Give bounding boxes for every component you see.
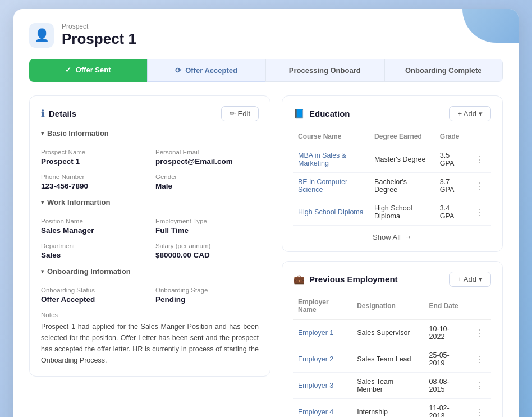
personal-email-field: Personal Email prospect@Email.com (155, 149, 259, 166)
step-label: Onboarding Complete (405, 66, 482, 75)
more-options-button[interactable]: ⋮ (473, 407, 487, 418)
info-icon: ℹ (41, 108, 44, 119)
degree-cell: High School Diploma (370, 199, 435, 226)
onboarding-info-header: ▾ Onboarding Information (41, 267, 259, 280)
work-info-header: ▾ Work Informartion (41, 198, 259, 211)
step-label: Processing Onboard (289, 66, 361, 75)
employment-table: Employer Name Designation End Date Emplo… (293, 295, 491, 417)
header: 👤 Prospect Prospect 1 (29, 22, 503, 48)
education-icon: 📘 (293, 108, 305, 119)
education-add-button[interactable]: + Add ▾ (449, 106, 491, 121)
education-table: Course Name Degree Earned Grade MBA in S… (293, 129, 491, 226)
prospect-name-field: Prospect Name Prospect 1 (41, 149, 144, 166)
notes-text: Prospect 1 had applied for the Sales Man… (41, 321, 259, 366)
table-row: High School Diploma High School Diploma … (293, 199, 491, 226)
course-name-cell[interactable]: High School Diploma (293, 199, 370, 226)
designation-cell: Sales Team Member (352, 373, 424, 399)
page-title: Prospect 1 (62, 30, 136, 48)
table-row: Employer 2 Sales Team Lead 25-05-2019 ⋮ (293, 346, 491, 373)
table-row: Employer 3 Sales Team Member 08-08-2015 … (293, 373, 491, 399)
education-title: 📘 Education (293, 108, 350, 119)
employer-name-cell[interactable]: Employer 3 (293, 373, 352, 399)
col-course-name: Course Name (293, 129, 370, 146)
degree-cell: Bachelor's Degree (370, 173, 435, 199)
details-section: ℹ Details ✏ Edit ▾ Basic Information Pro… (29, 95, 270, 377)
course-name-cell[interactable]: BE in Computer Science (293, 173, 370, 199)
header-text: Prospect Prospect 1 (62, 22, 136, 48)
step-label: Offer Accepted (185, 66, 237, 75)
more-options-button[interactable]: ⋮ (473, 181, 487, 191)
phone-number-field: Phone Number 123-456-7890 (41, 173, 144, 190)
more-options-button[interactable]: ⋮ (473, 154, 487, 165)
table-row: Employer 1 Sales Supervisor 10-10-2022 ⋮ (293, 320, 491, 346)
table-row: Employer 4 Internship 11-02-2013 ⋮ (293, 399, 491, 418)
col-designation: Designation (352, 295, 424, 320)
employment-header: 💼 Previous Employment + Add ▾ (293, 272, 491, 287)
course-name-cell[interactable]: MBA in Sales & Marketing (293, 146, 370, 173)
person-icon: 👤 (34, 28, 49, 43)
more-options-button[interactable]: ⋮ (473, 328, 487, 338)
table-row: MBA in Sales & Marketing Master's Degree… (293, 146, 491, 173)
more-options-button[interactable]: ⋮ (473, 381, 487, 391)
notes-label: Notes (41, 311, 259, 318)
chevron-down-icon: ▾ (41, 268, 44, 274)
department-field: Department Sales (41, 242, 144, 259)
employer-name-cell[interactable]: Employer 2 (293, 346, 352, 373)
main-card: 👤 Prospect Prospect 1 ✓ Offer Sent ⟳ Off… (13, 9, 519, 417)
spinner-icon: ⟳ (175, 66, 181, 75)
onboarding-field-row: Onboarding Status Offer Accepted Onboard… (41, 287, 259, 304)
end-date-cell: 25-05-2019 (425, 346, 469, 373)
basic-field-row-1: Prospect Name Prospect 1 Personal Email … (41, 149, 259, 166)
grade-cell: 3.5 GPA (435, 146, 469, 173)
details-title: ℹ Details (41, 108, 76, 119)
edit-pencil-icon: ✏ (230, 109, 236, 118)
col-degree-earned: Degree Earned (370, 129, 435, 146)
col-end-date: End Date (425, 295, 469, 320)
step-offer-accepted[interactable]: ⟳ Offer Accepted (147, 59, 266, 82)
end-date-cell: 11-02-2013 (425, 399, 469, 418)
basic-info-header: ▾ Basic Information (41, 129, 259, 142)
chevron-down-icon: ▾ (41, 130, 44, 136)
sub-label: Prospect (62, 22, 136, 30)
designation-cell: Internship (352, 399, 424, 418)
work-field-row-1: Position Name Sales Manager Employment T… (41, 218, 259, 235)
briefcase-icon: 💼 (293, 274, 305, 285)
step-label: Offer Sent (76, 66, 111, 74)
edit-button[interactable]: ✏ Edit (221, 106, 259, 121)
employer-name-cell[interactable]: Employer 1 (293, 320, 352, 346)
gender-field: Gender Male (155, 173, 259, 190)
left-column: ℹ Details ✏ Edit ▾ Basic Information Pro… (29, 95, 270, 417)
employment-type-field: Employment Type Full Time (155, 218, 259, 235)
progress-steps: ✓ Offer Sent ⟳ Offer Accepted Processing… (29, 59, 503, 82)
onboarding-stage-field: Onboarding Stage Pending (155, 287, 259, 304)
employment-add-button[interactable]: + Add ▾ (449, 272, 491, 287)
details-header: ℹ Details ✏ Edit (41, 106, 259, 121)
employment-title: 💼 Previous Employment (293, 274, 398, 285)
basic-field-row-2: Phone Number 123-456-7890 Gender Male (41, 173, 259, 190)
chevron-down-icon: ▾ (41, 199, 44, 205)
col-employer-name: Employer Name (293, 295, 352, 320)
content-row: ℹ Details ✏ Edit ▾ Basic Information Pro… (29, 95, 503, 417)
employer-name-cell[interactable]: Employer 4 (293, 399, 352, 418)
check-icon: ✓ (65, 66, 71, 74)
onboarding-status-field: Onboarding Status Offer Accepted (41, 287, 144, 304)
education-section: 📘 Education + Add ▾ Course Name Degree E… (282, 95, 503, 252)
more-options-button[interactable]: ⋮ (473, 207, 487, 218)
education-show-all[interactable]: Show All → (293, 226, 491, 241)
step-offer-sent[interactable]: ✓ Offer Sent (29, 59, 147, 82)
more-options-button[interactable]: ⋮ (473, 354, 487, 365)
arrow-right-icon: → (404, 232, 412, 241)
end-date-cell: 08-08-2015 (425, 373, 469, 399)
grade-cell: 3.7 GPA (435, 173, 469, 199)
avatar: 👤 (29, 23, 54, 48)
step-processing-onboard[interactable]: Processing Onboard (265, 59, 384, 82)
work-field-row-2: Department Sales Salary (per annum) $800… (41, 242, 259, 259)
employment-section: 💼 Previous Employment + Add ▾ Employer N… (282, 261, 503, 417)
chevron-down-icon: ▾ (479, 275, 483, 283)
end-date-cell: 10-10-2022 (425, 320, 469, 346)
education-header: 📘 Education + Add ▾ (293, 106, 491, 121)
step-onboarding-complete[interactable]: Onboarding Complete (384, 59, 503, 82)
grade-cell: 3.4 GPA (435, 199, 469, 226)
col-grade: Grade (435, 129, 469, 146)
degree-cell: Master's Degree (370, 146, 435, 173)
